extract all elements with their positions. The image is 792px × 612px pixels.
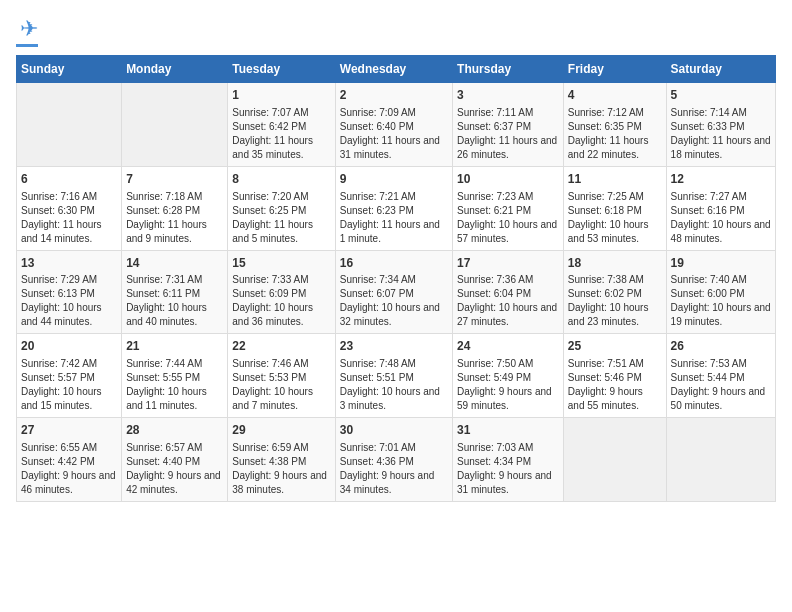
calendar-cell: 14Sunrise: 7:31 AM Sunset: 6:11 PM Dayli… bbox=[122, 250, 228, 334]
day-number: 10 bbox=[457, 171, 559, 188]
day-number: 5 bbox=[671, 87, 771, 104]
day-number: 21 bbox=[126, 338, 223, 355]
day-info: Sunrise: 7:36 AM Sunset: 6:04 PM Dayligh… bbox=[457, 273, 559, 329]
day-number: 8 bbox=[232, 171, 330, 188]
day-info: Sunrise: 7:34 AM Sunset: 6:07 PM Dayligh… bbox=[340, 273, 448, 329]
day-info: Sunrise: 6:59 AM Sunset: 4:38 PM Dayligh… bbox=[232, 441, 330, 497]
day-info: Sunrise: 7:11 AM Sunset: 6:37 PM Dayligh… bbox=[457, 106, 559, 162]
calendar-cell: 18Sunrise: 7:38 AM Sunset: 6:02 PM Dayli… bbox=[563, 250, 666, 334]
day-info: Sunrise: 7:23 AM Sunset: 6:21 PM Dayligh… bbox=[457, 190, 559, 246]
day-info: Sunrise: 7:21 AM Sunset: 6:23 PM Dayligh… bbox=[340, 190, 448, 246]
column-header-thursday: Thursday bbox=[453, 56, 564, 83]
calendar-cell: 22Sunrise: 7:46 AM Sunset: 5:53 PM Dayli… bbox=[228, 334, 335, 418]
calendar-cell bbox=[122, 83, 228, 167]
day-number: 11 bbox=[568, 171, 662, 188]
calendar-cell: 27Sunrise: 6:55 AM Sunset: 4:42 PM Dayli… bbox=[17, 418, 122, 502]
calendar-cell: 7Sunrise: 7:18 AM Sunset: 6:28 PM Daylig… bbox=[122, 166, 228, 250]
day-number: 18 bbox=[568, 255, 662, 272]
calendar-cell: 28Sunrise: 6:57 AM Sunset: 4:40 PM Dayli… bbox=[122, 418, 228, 502]
calendar-cell bbox=[666, 418, 775, 502]
day-info: Sunrise: 7:16 AM Sunset: 6:30 PM Dayligh… bbox=[21, 190, 117, 246]
day-info: Sunrise: 7:40 AM Sunset: 6:00 PM Dayligh… bbox=[671, 273, 771, 329]
day-number: 29 bbox=[232, 422, 330, 439]
calendar-cell bbox=[563, 418, 666, 502]
day-info: Sunrise: 7:51 AM Sunset: 5:46 PM Dayligh… bbox=[568, 357, 662, 413]
day-info: Sunrise: 7:46 AM Sunset: 5:53 PM Dayligh… bbox=[232, 357, 330, 413]
day-info: Sunrise: 7:09 AM Sunset: 6:40 PM Dayligh… bbox=[340, 106, 448, 162]
day-number: 16 bbox=[340, 255, 448, 272]
day-number: 25 bbox=[568, 338, 662, 355]
calendar-cell bbox=[17, 83, 122, 167]
day-number: 23 bbox=[340, 338, 448, 355]
day-number: 6 bbox=[21, 171, 117, 188]
calendar-cell: 19Sunrise: 7:40 AM Sunset: 6:00 PM Dayli… bbox=[666, 250, 775, 334]
calendar-cell: 30Sunrise: 7:01 AM Sunset: 4:36 PM Dayli… bbox=[335, 418, 452, 502]
day-info: Sunrise: 7:27 AM Sunset: 6:16 PM Dayligh… bbox=[671, 190, 771, 246]
calendar-cell: 5Sunrise: 7:14 AM Sunset: 6:33 PM Daylig… bbox=[666, 83, 775, 167]
calendar-cell: 21Sunrise: 7:44 AM Sunset: 5:55 PM Dayli… bbox=[122, 334, 228, 418]
day-number: 31 bbox=[457, 422, 559, 439]
week-row-2: 6Sunrise: 7:16 AM Sunset: 6:30 PM Daylig… bbox=[17, 166, 776, 250]
calendar-cell: 12Sunrise: 7:27 AM Sunset: 6:16 PM Dayli… bbox=[666, 166, 775, 250]
calendar-cell: 16Sunrise: 7:34 AM Sunset: 6:07 PM Dayli… bbox=[335, 250, 452, 334]
day-number: 14 bbox=[126, 255, 223, 272]
day-number: 30 bbox=[340, 422, 448, 439]
calendar-cell: 29Sunrise: 6:59 AM Sunset: 4:38 PM Dayli… bbox=[228, 418, 335, 502]
day-number: 20 bbox=[21, 338, 117, 355]
day-number: 13 bbox=[21, 255, 117, 272]
calendar-header-row: SundayMondayTuesdayWednesdayThursdayFrid… bbox=[17, 56, 776, 83]
week-row-4: 20Sunrise: 7:42 AM Sunset: 5:57 PM Dayli… bbox=[17, 334, 776, 418]
day-info: Sunrise: 7:01 AM Sunset: 4:36 PM Dayligh… bbox=[340, 441, 448, 497]
column-header-monday: Monday bbox=[122, 56, 228, 83]
day-info: Sunrise: 7:44 AM Sunset: 5:55 PM Dayligh… bbox=[126, 357, 223, 413]
day-number: 19 bbox=[671, 255, 771, 272]
calendar-cell: 10Sunrise: 7:23 AM Sunset: 6:21 PM Dayli… bbox=[453, 166, 564, 250]
day-info: Sunrise: 7:53 AM Sunset: 5:44 PM Dayligh… bbox=[671, 357, 771, 413]
day-info: Sunrise: 7:29 AM Sunset: 6:13 PM Dayligh… bbox=[21, 273, 117, 329]
column-header-saturday: Saturday bbox=[666, 56, 775, 83]
week-row-1: 1Sunrise: 7:07 AM Sunset: 6:42 PM Daylig… bbox=[17, 83, 776, 167]
calendar-cell: 4Sunrise: 7:12 AM Sunset: 6:35 PM Daylig… bbox=[563, 83, 666, 167]
calendar-cell: 9Sunrise: 7:21 AM Sunset: 6:23 PM Daylig… bbox=[335, 166, 452, 250]
calendar-cell: 17Sunrise: 7:36 AM Sunset: 6:04 PM Dayli… bbox=[453, 250, 564, 334]
day-info: Sunrise: 7:25 AM Sunset: 6:18 PM Dayligh… bbox=[568, 190, 662, 246]
day-info: Sunrise: 7:50 AM Sunset: 5:49 PM Dayligh… bbox=[457, 357, 559, 413]
calendar-cell: 24Sunrise: 7:50 AM Sunset: 5:49 PM Dayli… bbox=[453, 334, 564, 418]
day-number: 26 bbox=[671, 338, 771, 355]
column-header-sunday: Sunday bbox=[17, 56, 122, 83]
calendar-cell: 26Sunrise: 7:53 AM Sunset: 5:44 PM Dayli… bbox=[666, 334, 775, 418]
day-info: Sunrise: 7:20 AM Sunset: 6:25 PM Dayligh… bbox=[232, 190, 330, 246]
day-info: Sunrise: 7:31 AM Sunset: 6:11 PM Dayligh… bbox=[126, 273, 223, 329]
week-row-3: 13Sunrise: 7:29 AM Sunset: 6:13 PM Dayli… bbox=[17, 250, 776, 334]
calendar-cell: 20Sunrise: 7:42 AM Sunset: 5:57 PM Dayli… bbox=[17, 334, 122, 418]
logo: ✈ bbox=[16, 16, 38, 47]
calendar-cell: 3Sunrise: 7:11 AM Sunset: 6:37 PM Daylig… bbox=[453, 83, 564, 167]
logo-bird-icon: ✈ bbox=[20, 16, 38, 42]
day-number: 22 bbox=[232, 338, 330, 355]
calendar-cell: 13Sunrise: 7:29 AM Sunset: 6:13 PM Dayli… bbox=[17, 250, 122, 334]
calendar-cell: 2Sunrise: 7:09 AM Sunset: 6:40 PM Daylig… bbox=[335, 83, 452, 167]
calendar-cell: 31Sunrise: 7:03 AM Sunset: 4:34 PM Dayli… bbox=[453, 418, 564, 502]
calendar-cell: 1Sunrise: 7:07 AM Sunset: 6:42 PM Daylig… bbox=[228, 83, 335, 167]
calendar-table: SundayMondayTuesdayWednesdayThursdayFrid… bbox=[16, 55, 776, 502]
calendar-cell: 8Sunrise: 7:20 AM Sunset: 6:25 PM Daylig… bbox=[228, 166, 335, 250]
day-info: Sunrise: 7:48 AM Sunset: 5:51 PM Dayligh… bbox=[340, 357, 448, 413]
calendar-cell: 15Sunrise: 7:33 AM Sunset: 6:09 PM Dayli… bbox=[228, 250, 335, 334]
column-header-wednesday: Wednesday bbox=[335, 56, 452, 83]
day-info: Sunrise: 6:55 AM Sunset: 4:42 PM Dayligh… bbox=[21, 441, 117, 497]
day-info: Sunrise: 6:57 AM Sunset: 4:40 PM Dayligh… bbox=[126, 441, 223, 497]
day-info: Sunrise: 7:18 AM Sunset: 6:28 PM Dayligh… bbox=[126, 190, 223, 246]
day-number: 24 bbox=[457, 338, 559, 355]
day-number: 27 bbox=[21, 422, 117, 439]
day-number: 12 bbox=[671, 171, 771, 188]
day-info: Sunrise: 7:03 AM Sunset: 4:34 PM Dayligh… bbox=[457, 441, 559, 497]
day-info: Sunrise: 7:42 AM Sunset: 5:57 PM Dayligh… bbox=[21, 357, 117, 413]
day-number: 1 bbox=[232, 87, 330, 104]
logo-underline bbox=[16, 44, 38, 47]
calendar-cell: 6Sunrise: 7:16 AM Sunset: 6:30 PM Daylig… bbox=[17, 166, 122, 250]
calendar-cell: 25Sunrise: 7:51 AM Sunset: 5:46 PM Dayli… bbox=[563, 334, 666, 418]
day-number: 7 bbox=[126, 171, 223, 188]
day-number: 2 bbox=[340, 87, 448, 104]
column-header-friday: Friday bbox=[563, 56, 666, 83]
day-number: 28 bbox=[126, 422, 223, 439]
